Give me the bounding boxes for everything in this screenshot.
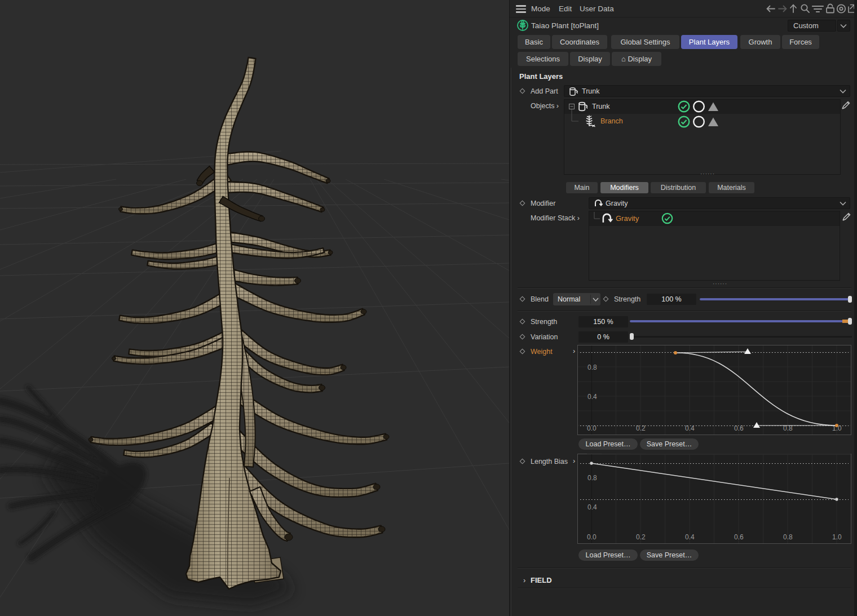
svg-text:0.2: 0.2	[636, 424, 646, 432]
svg-text:0.4: 0.4	[685, 533, 695, 541]
svg-text:0.6: 0.6	[734, 533, 744, 541]
svg-text:0.2: 0.2	[636, 533, 646, 541]
svg-text:0.4: 0.4	[587, 393, 597, 401]
svg-text:1.0: 1.0	[832, 533, 842, 541]
svg-text:0.0: 0.0	[587, 533, 597, 541]
svg-text:0.8: 0.8	[783, 533, 793, 541]
svg-text:0.8: 0.8	[587, 474, 597, 482]
svg-text:0.8: 0.8	[587, 364, 597, 371]
svg-text:0.4: 0.4	[587, 503, 597, 511]
